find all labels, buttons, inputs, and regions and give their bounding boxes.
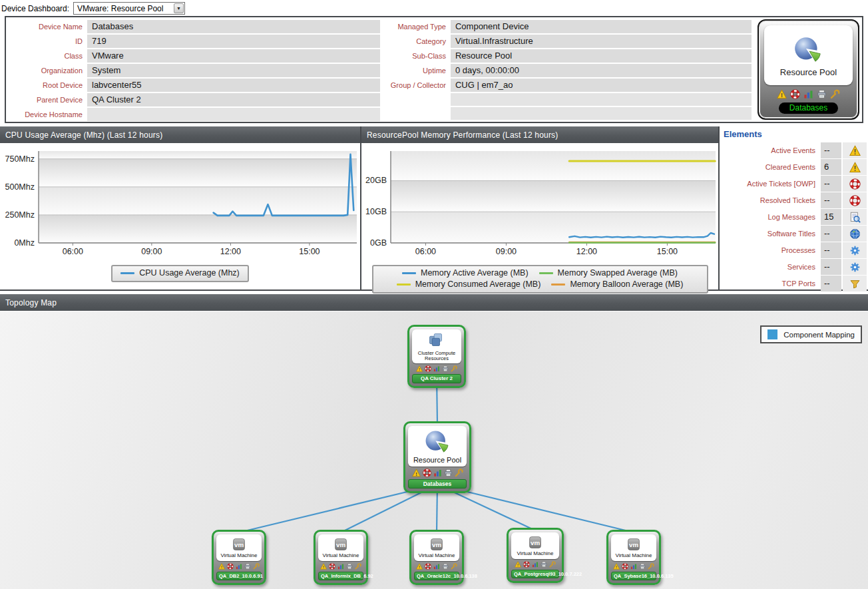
barchart-icon bbox=[433, 365, 440, 372]
elements-row: Processes-- bbox=[722, 242, 867, 258]
device-info-row: Group / CollectorCUG | em7_ao bbox=[384, 79, 752, 92]
elements-row: Active Events--! bbox=[722, 142, 867, 158]
legend-item: Memory Consumed Average (MB) bbox=[397, 279, 541, 290]
legend-label: Memory Balloon Average (MB) bbox=[570, 279, 683, 290]
info-value bbox=[451, 107, 752, 120]
printer-icon bbox=[639, 563, 646, 570]
topology-node-rp[interactable]: Resource Pool!Databases bbox=[403, 421, 471, 493]
warning-icon: ! bbox=[777, 89, 787, 99]
topology-node-vm1[interactable]: vmVirtual Machine!QA_DB2_10.0.6.91 bbox=[212, 530, 266, 585]
node-card: vmVirtual Machine bbox=[611, 534, 656, 561]
lifering-icon-button[interactable] bbox=[843, 192, 867, 208]
svg-text:!: ! bbox=[616, 565, 617, 569]
svg-text:09:00: 09:00 bbox=[141, 247, 162, 256]
printer-icon bbox=[442, 563, 449, 570]
node-type-label: Virtual Machine bbox=[323, 553, 359, 559]
info-value bbox=[87, 108, 380, 121]
device-info-row: Uptime0 days, 00:00:00 bbox=[384, 64, 752, 77]
node-name-badge: QA_Oracle12c_10.0.6.138 bbox=[414, 572, 459, 580]
info-label: Device Hostname bbox=[9, 108, 87, 121]
info-value: labvcenter55 bbox=[87, 79, 380, 92]
node-name-badge: QA_DB2_10.0.6.91 bbox=[216, 572, 262, 580]
svg-text:750Mhz: 750Mhz bbox=[5, 154, 35, 164]
log-icon-button[interactable] bbox=[843, 209, 867, 225]
elements-panel: Elements Active Events--!Cleared Events6… bbox=[720, 126, 868, 290]
info-label: Organization bbox=[9, 64, 87, 77]
svg-text:0Mhz: 0Mhz bbox=[14, 238, 35, 248]
elements-row: Resolved Tickets-- bbox=[722, 192, 867, 208]
barchart-icon bbox=[433, 469, 442, 477]
topology-node-vm3[interactable]: vmVirtual Machine!QA_Oracle12c_10.0.6.13… bbox=[409, 530, 464, 585]
info-label: Parent Device bbox=[9, 93, 87, 106]
vm-icon: vm bbox=[230, 536, 248, 553]
device-info-row: CategoryVirtual.Infrastructure bbox=[384, 35, 752, 48]
chevron-down-icon[interactable]: ▼ bbox=[174, 3, 184, 13]
warning-icon-button[interactable]: ! bbox=[843, 159, 867, 175]
topology-node-vm2[interactable]: vmVirtual Machine!QA_Informix_DB_6.92 bbox=[314, 530, 368, 585]
barchart-icon bbox=[630, 563, 637, 570]
node-type-label: Virtual Machine bbox=[616, 553, 652, 559]
info-value: Component Device bbox=[451, 20, 752, 33]
info-label: Category bbox=[384, 35, 451, 48]
info-value: VMware bbox=[87, 49, 380, 63]
svg-text:!: ! bbox=[517, 563, 519, 567]
elements-row-value: -- bbox=[821, 242, 841, 258]
topology-node-cluster[interactable]: Cluster Compute Resources!QA Cluster 2 bbox=[407, 325, 466, 388]
barchart-icon bbox=[532, 561, 539, 568]
lifering-icon bbox=[227, 563, 234, 570]
info-value: CUG | em7_ao bbox=[451, 79, 752, 92]
elements-row-value: -- bbox=[821, 176, 841, 192]
info-label: Managed Type bbox=[384, 20, 451, 33]
vm-icon: vm bbox=[428, 536, 445, 553]
node-type-label: Resource Pool bbox=[413, 457, 461, 465]
globe-icon-button[interactable] bbox=[843, 226, 867, 242]
gear-icon-button[interactable] bbox=[843, 242, 867, 258]
node-card: vmVirtual Machine bbox=[511, 532, 559, 559]
lifering-icon bbox=[423, 469, 431, 477]
funnel-icon-button[interactable] bbox=[843, 276, 867, 292]
dashboard-select[interactable]: VMware: Resource Pool ▼ bbox=[73, 2, 185, 15]
svg-text:!: ! bbox=[419, 565, 420, 569]
device-card-inner: Resource Pool bbox=[764, 25, 853, 85]
device-info-row: Managed TypeComponent Device bbox=[384, 20, 752, 33]
topology-map[interactable]: Component Mapping Cluster Compute Resour… bbox=[0, 311, 868, 589]
info-value: Databases bbox=[87, 20, 380, 33]
legend-item: Memory Active Average (MB) bbox=[402, 268, 529, 279]
warning-icon-button[interactable]: ! bbox=[843, 142, 867, 158]
elements-row: Log Messages15 bbox=[722, 209, 867, 225]
vm-icon: vm bbox=[527, 534, 544, 551]
warning-icon: ! bbox=[515, 561, 521, 568]
lifering-icon-button[interactable] bbox=[843, 176, 867, 192]
node-status-icons: ! bbox=[412, 469, 463, 477]
node-name-badge: QA_Informix_DB_6.92 bbox=[318, 572, 363, 580]
warning-icon: ! bbox=[613, 563, 620, 570]
warning-icon: ! bbox=[218, 563, 225, 570]
dashboard-selector-bar: Device Dashboard: VMware: Resource Pool … bbox=[0, 0, 868, 16]
topology-node-vm4[interactable]: vmVirtual Machine!QA_Postgresql93_10.0.7… bbox=[507, 528, 564, 583]
svg-text:15:00: 15:00 bbox=[299, 247, 320, 256]
device-info-row: Sub-ClassResource Pool bbox=[384, 49, 752, 63]
svg-text:09:00: 09:00 bbox=[496, 247, 517, 256]
svg-text:06:00: 06:00 bbox=[63, 247, 83, 256]
svg-text:vm: vm bbox=[234, 541, 244, 548]
cpu-chart[interactable]: 0Mhz250Mhz500Mhz750Mhz06:0009:0012:0015:… bbox=[0, 143, 360, 290]
device-card-status-icons: ! bbox=[777, 89, 840, 99]
elements-row-label: Active Tickets [OWP] bbox=[722, 180, 821, 188]
device-card-type-label: Resource Pool bbox=[780, 67, 837, 77]
elements-row-value: 15 bbox=[821, 209, 841, 225]
node-type-label: Cluster Compute Resources bbox=[413, 351, 460, 361]
device-icon-card[interactable]: Resource Pool ! Databases bbox=[758, 19, 859, 120]
topology-node-vm5[interactable]: vmVirtual Machine!QA_Sybase16_10.0.6.135 bbox=[606, 530, 661, 585]
elements-row-value: -- bbox=[821, 276, 841, 292]
memory-chart[interactable]: 0GB10GB20GB06:0009:0012:0015:00Memory Ac… bbox=[361, 143, 718, 290]
elements-row-value: -- bbox=[821, 142, 841, 158]
elements-row-label: Cleared Events bbox=[722, 163, 821, 171]
node-card: vmVirtual Machine bbox=[414, 534, 459, 561]
device-info-row: Parent DeviceQA Cluster 2 bbox=[9, 93, 380, 106]
info-label: Device Name bbox=[9, 20, 87, 33]
memory-chart-panel: ResourcePool Memory Performance (Last 12… bbox=[361, 126, 720, 290]
elements-row: Active Tickets [OWP]-- bbox=[722, 176, 867, 192]
printer-icon bbox=[541, 561, 547, 568]
component-mapping-swatch bbox=[767, 329, 777, 339]
gear-icon-button[interactable] bbox=[843, 259, 867, 275]
